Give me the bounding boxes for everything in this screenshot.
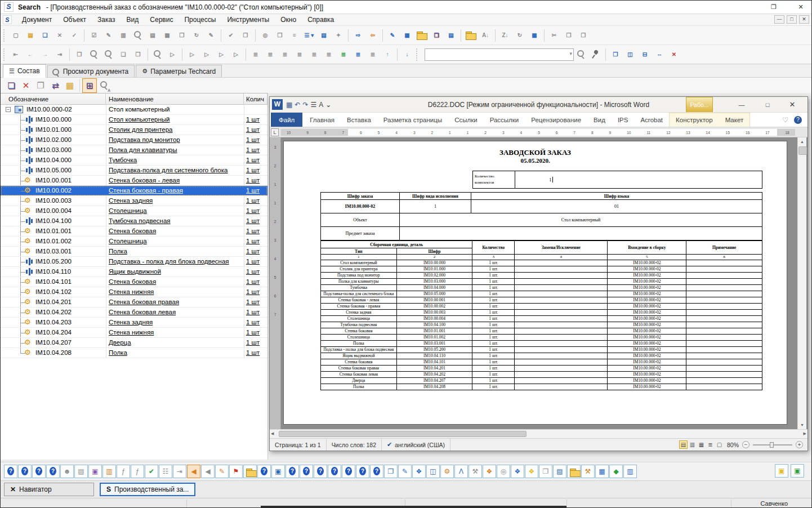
- part-qty-link[interactable]: 1 шт: [246, 166, 260, 175]
- close-icon[interactable]: ✕: [793, 2, 808, 12]
- link-yellow[interactable]: ▣: [775, 464, 788, 478]
- add-item[interactable]: ▷: [165, 47, 180, 62]
- part-name-link[interactable]: Столешница: [109, 206, 147, 216]
- part-qty-link[interactable]: 1 шт: [246, 176, 260, 185]
- mdi-close-icon[interactable]: ✕: [799, 15, 809, 24]
- table-view[interactable]: ▦: [527, 28, 542, 43]
- parts-blue[interactable]: ❖: [511, 465, 524, 478]
- presentation[interactable]: ▣: [271, 465, 285, 478]
- block-document[interactable]: ◎: [258, 28, 273, 43]
- draft-view[interactable]: ▢: [715, 440, 724, 449]
- scroll-right-icon[interactable]: ▶: [804, 431, 806, 436]
- part-name-link[interactable]: Подставка-полка для системного блока: [109, 166, 227, 175]
- part-qty-link[interactable]: 1 шт: [246, 226, 260, 236]
- tree-row[interactable]: ⚙ IM10.03.000 Полка для клавиатуры 1 шт: [1, 145, 267, 155]
- flag-doc[interactable]: ⚑: [229, 465, 243, 478]
- go-last[interactable]: ⇥: [52, 47, 67, 62]
- collapse-icon[interactable]: −: [6, 107, 11, 112]
- menu-item[interactable]: Документ: [16, 15, 57, 25]
- tree-row[interactable]: ⚙ IM10.04.102 Стенка нижняя 1 шт: [1, 287, 267, 297]
- menu-item[interactable]: Окно: [275, 15, 302, 25]
- find[interactable]: [131, 28, 145, 43]
- list-remove-row[interactable]: ≣: [292, 47, 307, 62]
- tree-row[interactable]: ⚙ IM10.03.001 Полка 1 шт: [1, 247, 267, 257]
- copy-structure[interactable]: ❒: [429, 28, 444, 43]
- new-document[interactable]: ▢: [8, 28, 23, 43]
- help-icon[interactable]: ?: [794, 116, 802, 124]
- edit-card[interactable]: ✎: [385, 28, 400, 43]
- sort-ascending[interactable]: ↑: [380, 47, 395, 62]
- part-qty-link[interactable]: 1 шт: [246, 247, 260, 256]
- delete[interactable]: ✕: [52, 28, 67, 43]
- exit[interactable]: ⇥: [173, 465, 186, 478]
- help-11[interactable]: ?: [356, 465, 369, 478]
- part-name-link[interactable]: Стенка боковая: [109, 277, 156, 287]
- part-qty-link[interactable]: 1 шт: [246, 297, 260, 307]
- part-qty-link[interactable]: 1 шт: [246, 155, 260, 165]
- scrollbar-thumb[interactable]: [798, 146, 807, 155]
- part-qty-link[interactable]: 1 шт: [246, 186, 260, 195]
- check-green[interactable]: ✔: [145, 465, 158, 478]
- mdi-minimize-icon[interactable]: —: [774, 15, 784, 24]
- structure-3d[interactable]: ❖: [412, 465, 426, 478]
- tree-row[interactable]: ⚙ IM10.04.203 Стенка задняя 1 шт: [1, 318, 267, 328]
- vertical-ruler[interactable]: 3211234567: [270, 137, 281, 429]
- org-chart[interactable]: ☷: [159, 465, 172, 478]
- part-qty-link[interactable]: 1 шт: [246, 196, 260, 206]
- toolbar-grip[interactable]: [3, 48, 7, 61]
- parts-colored[interactable]: ❖: [483, 465, 496, 478]
- language-indicator[interactable]: английский (США): [395, 442, 445, 448]
- part-name-link[interactable]: Ящик выдвижной: [109, 267, 161, 277]
- part-qty-link[interactable]: 1 шт: [246, 277, 260, 287]
- vertical-scrollbar[interactable]: ▲ ▼ ▲ • ▼: [797, 137, 806, 429]
- delete-component[interactable]: ✕: [19, 78, 33, 93]
- check-document[interactable]: ✓: [67, 28, 82, 43]
- replace-component[interactable]: ⇄: [48, 78, 63, 93]
- run-remove[interactable]: ▷: [214, 47, 229, 62]
- bolt[interactable]: ⚒: [469, 465, 482, 478]
- part-name-link[interactable]: Дверца: [109, 338, 131, 347]
- part-qty-link[interactable]: 1 шт: [246, 145, 260, 155]
- word-tab-view[interactable]: Вид: [587, 113, 612, 127]
- part-name-link[interactable]: Стол компьютерный: [109, 115, 170, 124]
- server[interactable]: ▤: [74, 465, 88, 478]
- copy-docs[interactable]: ❐: [539, 465, 552, 478]
- link-green[interactable]: ▣: [791, 464, 804, 478]
- print[interactable]: ▦: [160, 28, 175, 43]
- note-edit[interactable]: ✎: [215, 465, 229, 478]
- menu-item[interactable]: Справка: [302, 15, 340, 25]
- tree-row[interactable]: ⚙ IM10.05.000 Подставка-полка для систем…: [1, 166, 267, 176]
- grid-view[interactable]: ⊞: [82, 78, 97, 93]
- paste-doc[interactable]: ❐: [384, 465, 398, 478]
- copy-link[interactable]: ❐: [273, 28, 287, 43]
- zoom-level[interactable]: 80%: [727, 442, 739, 448]
- part-qty-link[interactable]: 1 шт: [246, 135, 260, 145]
- tab-techcard-params[interactable]: ⚙ Параметры Techcard: [136, 65, 222, 77]
- part-name-link[interactable]: Столик для принтера: [109, 125, 173, 135]
- tree-row[interactable]: ⚙ IM10.04.000 Тумбочка 1 шт: [1, 155, 267, 166]
- part-name-link[interactable]: Стенка задняя: [109, 318, 153, 327]
- documents-folder[interactable]: [414, 28, 429, 43]
- list-insert[interactable]: ≣: [248, 47, 263, 62]
- list-add-row[interactable]: ≣: [278, 47, 292, 62]
- sort-az[interactable]: A↓: [478, 28, 493, 43]
- tree-root-row[interactable]: − IM10.00.000-02 Стол компьютерный: [1, 105, 267, 115]
- open-folder[interactable]: [463, 28, 478, 43]
- run-block[interactable]: ▷: [229, 47, 243, 62]
- sign-document[interactable]: ✎: [204, 28, 218, 43]
- speaker-on[interactable]: ◀: [187, 465, 200, 478]
- part-qty-link[interactable]: 1 шт: [246, 308, 260, 317]
- refresh[interactable]: ↻: [512, 28, 527, 43]
- word-tab-review[interactable]: Рецензирование: [525, 113, 587, 127]
- menu-item[interactable]: Инструменты: [221, 15, 275, 25]
- part-name-link[interactable]: Тумбочка подвесная: [109, 216, 171, 226]
- help-6[interactable]: ?: [285, 465, 299, 478]
- part-qty-link[interactable]: 1 шт: [246, 338, 260, 347]
- tree-row[interactable]: ⚙ IM10.02.000 Подставка под монитор 1 шт: [1, 135, 267, 145]
- find-edit[interactable]: [87, 47, 101, 62]
- tree-row[interactable]: ⚙ IM10.04.202 Стенка боковая левая 1 шт: [1, 308, 267, 318]
- run-edit[interactable]: ▷: [185, 47, 199, 62]
- tree-row[interactable]: ⚙ IM10.00.001 Стенка боковая - левая 1 ш…: [1, 176, 267, 186]
- function[interactable]: ƒ: [131, 465, 144, 478]
- trowel[interactable]: ⚒: [581, 465, 595, 478]
